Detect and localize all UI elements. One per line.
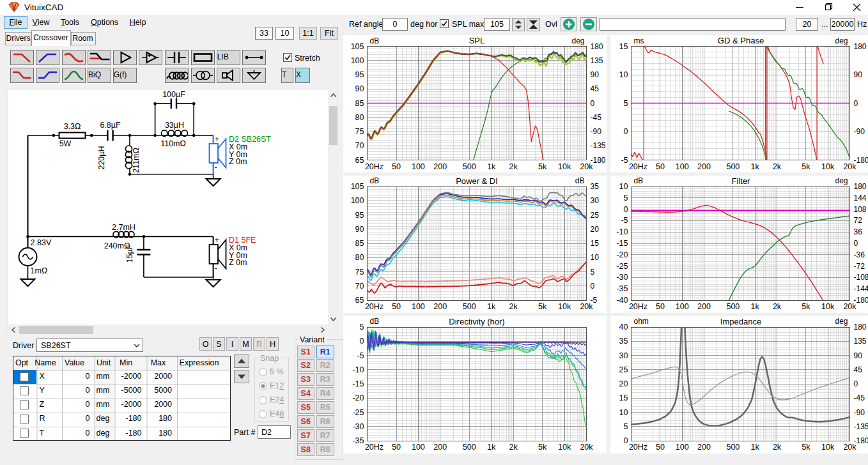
svg-text:33µH: 33µH (165, 121, 184, 130)
svg-text:1k: 1k (751, 302, 760, 311)
svg-text:-90: -90 (854, 408, 865, 416)
svg-text:180: 180 (854, 323, 867, 332)
svg-text:200: 200 (697, 162, 711, 171)
svg-text:10k: 10k (821, 302, 835, 311)
svg-text:deg: deg (571, 36, 584, 45)
svg-text:135: 135 (591, 56, 603, 65)
svg-text:500: 500 (463, 443, 476, 452)
svg-text:-36: -36 (854, 250, 865, 259)
svg-text:200: 200 (697, 443, 711, 452)
svg-text:deg: deg (835, 36, 848, 45)
svg-text:0: 0 (854, 99, 858, 108)
svg-text:Power & DI: Power & DI (456, 176, 498, 185)
svg-text:15: 15 (619, 393, 628, 402)
svg-text:+: + (215, 235, 220, 245)
svg-text:500: 500 (726, 443, 740, 452)
svg-text:20Hz: 20Hz (629, 162, 647, 171)
svg-text:2k: 2k (773, 302, 782, 311)
svg-text:25: 25 (619, 365, 628, 374)
svg-text:100: 100 (676, 443, 689, 452)
svg-text:deg: deg (835, 176, 848, 185)
svg-text:-108: -108 (854, 273, 868, 282)
svg-text:90: 90 (355, 84, 364, 93)
svg-text:-135: -135 (854, 422, 868, 431)
svg-text:75: 75 (355, 267, 364, 276)
svg-text:5: 5 (624, 99, 628, 108)
svg-text:65: 65 (355, 296, 364, 305)
svg-text:180: 180 (591, 42, 603, 51)
svg-text:+: + (215, 134, 220, 144)
svg-text:-5: -5 (357, 351, 364, 360)
svg-text:-144: -144 (854, 284, 868, 293)
svg-text:1mΩ: 1mΩ (31, 266, 48, 275)
svg-text:1k: 1k (487, 162, 496, 171)
svg-text:-90: -90 (854, 127, 865, 136)
svg-text:0: 0 (591, 99, 595, 108)
svg-text:-5: -5 (621, 216, 628, 225)
svg-text:1k: 1k (751, 443, 760, 452)
svg-text:100: 100 (676, 162, 689, 171)
svg-text:15µF: 15µF (125, 244, 134, 263)
svg-text:500: 500 (463, 302, 476, 311)
svg-text:30: 30 (619, 351, 628, 360)
svg-text:50: 50 (656, 443, 665, 452)
svg-text:108: 108 (854, 204, 867, 213)
svg-text:5: 5 (624, 193, 628, 202)
svg-text:180: 180 (854, 42, 867, 51)
svg-text:95: 95 (355, 70, 364, 79)
svg-text:200: 200 (697, 302, 711, 311)
svg-text:0: 0 (360, 337, 364, 346)
svg-text:2k: 2k (773, 443, 782, 452)
svg-text:deg: deg (835, 317, 848, 326)
svg-text:5k: 5k (538, 162, 547, 171)
svg-text:15: 15 (619, 42, 628, 51)
svg-text:105: 105 (351, 42, 364, 51)
svg-text:0: 0 (854, 239, 858, 248)
svg-text:500: 500 (726, 162, 740, 171)
svg-text:-25: -25 (352, 408, 364, 416)
svg-text:65: 65 (355, 156, 364, 165)
svg-text:0: 0 (624, 436, 628, 445)
svg-text:2k: 2k (509, 302, 518, 311)
svg-text:70: 70 (355, 141, 364, 150)
svg-text:-35: -35 (616, 284, 628, 293)
svg-text:Impedance: Impedance (720, 316, 761, 326)
svg-text:135: 135 (854, 337, 867, 346)
svg-text:dB: dB (634, 176, 644, 185)
svg-text:1k: 1k (751, 162, 760, 171)
svg-text:20: 20 (591, 224, 600, 233)
svg-text:90: 90 (355, 224, 364, 233)
svg-text:72: 72 (854, 216, 863, 225)
svg-text:ms: ms (634, 36, 644, 45)
svg-text:Directivity (hor): Directivity (hor) (449, 316, 504, 326)
svg-text:211mΩ: 211mΩ (132, 148, 141, 173)
svg-text:15: 15 (591, 239, 600, 248)
svg-text:90: 90 (591, 70, 600, 79)
svg-text:5k: 5k (538, 302, 547, 311)
svg-text:200: 200 (433, 302, 447, 311)
svg-text:2k: 2k (509, 162, 518, 171)
svg-text:20Hz: 20Hz (365, 302, 384, 311)
svg-text:20k: 20k (580, 443, 593, 452)
svg-text:-90: -90 (591, 127, 602, 136)
svg-text:35: 35 (619, 337, 628, 346)
svg-text:-20: -20 (616, 250, 628, 259)
svg-text:SPL: SPL (469, 36, 485, 45)
svg-text:Filter: Filter (732, 176, 751, 185)
svg-text:40: 40 (619, 323, 628, 332)
svg-text:70: 70 (355, 281, 364, 290)
svg-text:-30: -30 (616, 273, 628, 282)
svg-text:45: 45 (854, 365, 863, 374)
svg-text:20Hz: 20Hz (629, 302, 647, 311)
svg-text:10: 10 (619, 408, 628, 416)
svg-text:45: 45 (591, 84, 600, 93)
svg-text:50: 50 (656, 162, 665, 171)
svg-text:180: 180 (854, 182, 867, 191)
svg-text:2k: 2k (773, 162, 782, 171)
svg-text:500: 500 (726, 302, 740, 311)
svg-text:-20: -20 (352, 393, 364, 402)
svg-text:80: 80 (355, 113, 364, 122)
svg-text:20k: 20k (843, 443, 856, 452)
svg-text:100µF: 100µF (162, 90, 185, 99)
svg-text:500: 500 (463, 162, 476, 171)
